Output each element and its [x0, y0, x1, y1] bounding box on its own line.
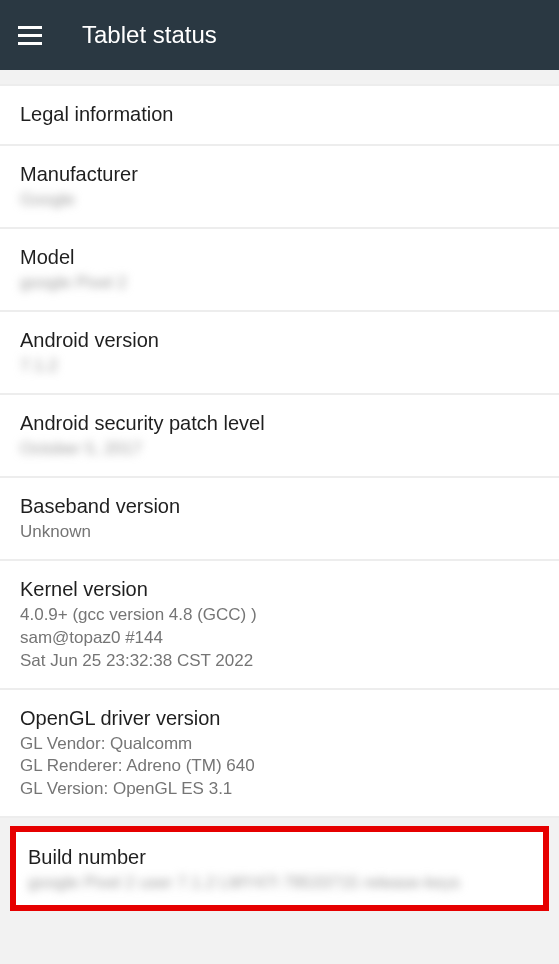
item-title: Manufacturer	[20, 163, 539, 186]
item-value: 4.0.9+ (gcc version 4.8 (GCC) ) sam@topa…	[20, 604, 539, 673]
model-item[interactable]: Model google Pixel 2	[0, 229, 559, 312]
item-title: Kernel version	[20, 578, 539, 601]
item-title: Android security patch level	[20, 412, 539, 435]
item-title: Model	[20, 246, 539, 269]
security-patch-item[interactable]: Android security patch level October 5, …	[0, 395, 559, 478]
settings-list: Legal information Manufacturer Google Mo…	[0, 84, 559, 818]
build-number-item[interactable]: Build number google Pixel 2 user 7.1.2 L…	[16, 832, 543, 905]
app-header: Tablet status	[0, 0, 559, 70]
item-title: Baseband version	[20, 495, 539, 518]
baseband-item[interactable]: Baseband version Unknown	[0, 478, 559, 561]
item-value: 7.1.2	[20, 355, 539, 378]
menu-icon[interactable]	[18, 21, 46, 49]
manufacturer-item[interactable]: Manufacturer Google	[0, 146, 559, 229]
item-title: Android version	[20, 329, 539, 352]
kernel-item[interactable]: Kernel version 4.0.9+ (gcc version 4.8 (…	[0, 561, 559, 690]
item-value: GL Vendor: Qualcomm GL Renderer: Adreno …	[20, 733, 539, 802]
item-value: Google	[20, 189, 539, 212]
android-version-item[interactable]: Android version 7.1.2	[0, 312, 559, 395]
page-title: Tablet status	[82, 21, 217, 49]
item-title: OpenGL driver version	[20, 707, 539, 730]
legal-information-item[interactable]: Legal information	[0, 84, 559, 146]
item-value: Unknown	[20, 521, 539, 544]
item-value: google Pixel 2 user 7.1.2 LMY47I 7953371…	[28, 872, 531, 895]
item-title: Legal information	[20, 103, 539, 126]
item-value: google Pixel 2	[20, 272, 539, 295]
item-title: Build number	[28, 846, 531, 869]
build-number-highlight: Build number google Pixel 2 user 7.1.2 L…	[10, 826, 549, 911]
opengl-item[interactable]: OpenGL driver version GL Vendor: Qualcom…	[0, 690, 559, 819]
item-value: October 5, 2017	[20, 438, 539, 461]
